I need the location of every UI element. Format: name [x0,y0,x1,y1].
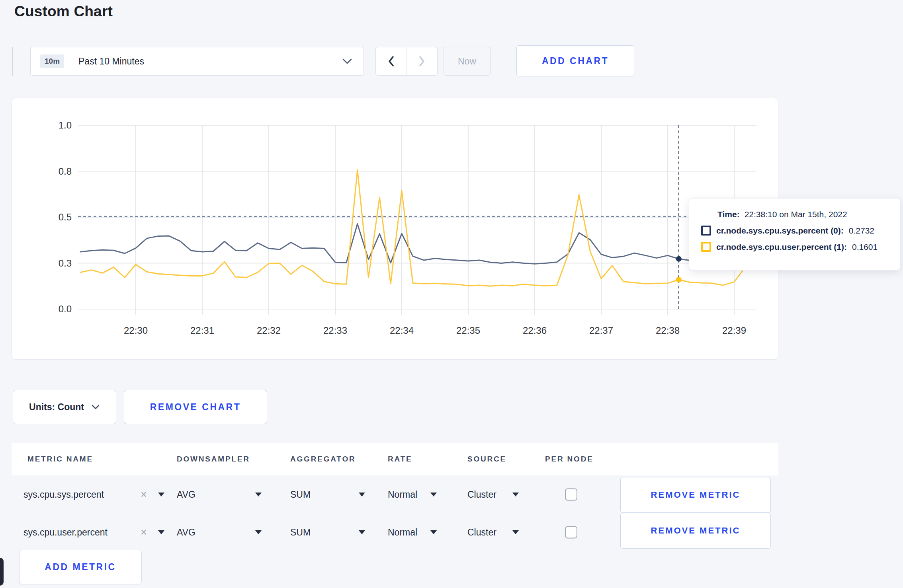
metric-name-value[interactable]: sys.cpu.user.percent [23,527,108,537]
y-tick-label: 1.0 [59,120,72,130]
tooltip-time-label: Time: [717,210,740,219]
time-range-badge: 10m [40,55,64,68]
col-header-downsampler: DOWNSAMPLER [177,443,250,475]
time-range-label: Past 10 Minutes [78,56,342,67]
prev-time-button[interactable] [376,47,407,75]
source-caret-icon[interactable] [512,530,519,534]
x-tick-label: 22:35 [456,325,480,336]
timeseries-chart[interactable]: 0.00.30.50.81.022:3022:3122:3222:3322:34… [12,98,779,360]
y-tick-label: 0.5 [59,212,72,222]
remove-metric-button[interactable]: REMOVE METRIC [620,513,771,549]
now-button[interactable]: Now [444,47,491,76]
aggregator-caret-icon[interactable] [359,493,365,496]
rate-value[interactable]: Normal [388,527,417,537]
downsampler-caret-icon[interactable] [255,530,262,534]
downsampler-value[interactable]: AVG [177,527,195,537]
aggregator-caret-icon[interactable] [359,530,365,534]
col-header-metric-name: METRIC NAME [27,443,93,475]
next-time-button[interactable] [407,47,438,75]
tooltip-time-value: 22:38:10 on Mar 15th, 2022 [745,210,847,219]
x-tick-label: 22:31 [190,325,214,336]
hover-dot-1 [676,277,682,282]
source-value[interactable]: Cluster [467,489,496,500]
custom-chart-page: Custom Chart 10m Past 10 Minutes Now ADD… [0,0,903,588]
x-tick-label: 22:32 [257,325,281,336]
x-tick-label: 22:36 [523,325,547,336]
y-tick-label: 0.3 [59,258,72,269]
tooltip-series-label: cr.node.sys.cpu.user.percent (1): [716,242,847,252]
chart-card: 0.00.30.50.81.022:3022:3122:3222:3322:34… [12,98,778,360]
tooltip-series-label: cr.node.sys.cpu.sys.percent (0): [716,226,844,236]
per-node-checkbox[interactable] [565,526,577,538]
chevron-down-icon [91,404,100,410]
units-dropdown[interactable]: Units: Count [13,390,116,424]
per-node-checkbox[interactable] [565,488,577,500]
metrics-table-header: METRIC NAME DOWNSAMPLER AGGREGATOR RATE … [12,443,778,475]
tooltip-series-value: 0.1601 [852,242,878,252]
y-tick-label: 0.8 [59,166,72,177]
rate-caret-icon[interactable] [430,530,437,534]
y-tick-label: 0.0 [59,304,72,314]
series-user-swatch-icon [701,242,711,252]
rate-value[interactable]: Normal [388,489,417,500]
units-label: Units: Count [29,402,84,413]
chevron-right-icon [419,56,425,67]
downsampler-value[interactable]: AVG [177,489,195,500]
cut-off-element-artifact [0,558,4,586]
clear-metric-icon[interactable]: × [141,527,147,537]
x-tick-label: 22:34 [390,325,414,336]
aggregator-value[interactable]: SUM [290,527,311,537]
metric-select-caret-icon[interactable] [158,493,164,496]
col-header-aggregator: AGGREGATOR [290,443,356,475]
col-header-source: SOURCE [467,443,506,475]
x-tick-label: 22:38 [656,325,680,336]
source-caret-icon[interactable] [512,493,519,496]
source-value[interactable]: Cluster [467,527,496,537]
col-header-rate: RATE [388,443,412,475]
tooltip-time-row: Time:22:38:10 on Mar 15th, 2022 [717,210,892,219]
remove-metric-button[interactable]: REMOVE METRIC [620,477,771,513]
col-header-per-node: PER NODE [545,443,594,475]
x-tick-label: 22:33 [323,325,347,336]
chevron-left-icon [388,56,394,67]
x-tick-label: 22:37 [589,325,613,336]
time-range-dropdown[interactable]: 10m Past 10 Minutes [30,47,364,76]
page-title: Custom Chart [14,3,113,20]
x-tick-label: 22:30 [124,325,148,336]
metric-name-value[interactable]: sys.cpu.sys.percent [23,489,104,500]
tooltip-series-value: 0.2732 [849,226,874,236]
tooltip-series-row: cr.node.sys.cpu.sys.percent (0): 0.2732 [701,226,892,236]
hover-dot-0 [676,256,682,262]
series-line-1 [80,170,756,286]
remove-chart-button[interactable]: REMOVE CHART [124,390,267,424]
downsampler-caret-icon[interactable] [255,493,262,496]
rate-caret-icon[interactable] [430,493,437,496]
add-chart-button[interactable]: ADD CHART [516,45,634,76]
clear-metric-icon[interactable]: × [141,489,147,500]
x-tick-label: 22:39 [722,325,746,336]
metric-select-caret-icon[interactable] [158,530,164,534]
series-line-0 [80,224,756,264]
add-metric-button[interactable]: ADD METRIC [19,550,142,584]
series-sys-swatch-icon [701,226,711,236]
tooltip-series-row: cr.node.sys.cpu.user.percent (1): 0.1601 [701,242,892,252]
time-shift-control [375,47,438,76]
chart-hover-tooltip: Time:22:38:10 on Mar 15th, 2022 cr.node.… [689,198,901,271]
aggregator-value[interactable]: SUM [290,489,311,500]
toolbar-divider [12,47,13,76]
chevron-down-icon [342,58,352,64]
